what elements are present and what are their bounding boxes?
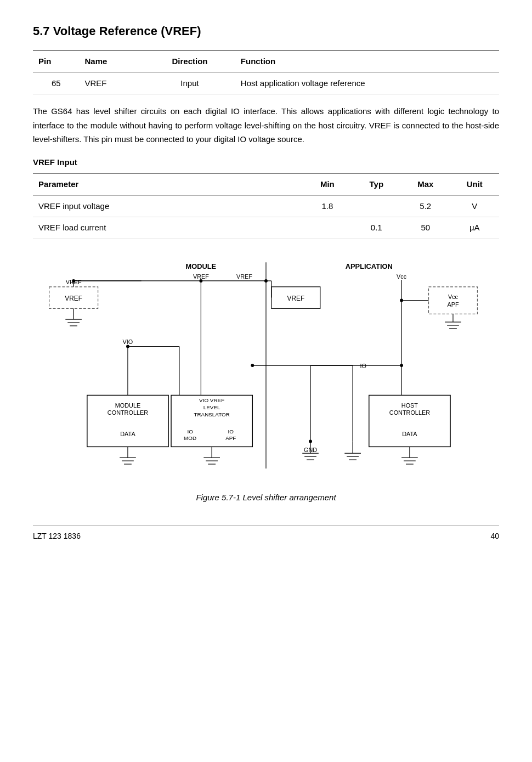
- table-row: VREF input voltage 1.8 5.2 V: [33, 195, 499, 217]
- min-cell: 1.8: [303, 195, 352, 217]
- body-paragraph: The GS64 has level shifter circuits on e…: [33, 104, 499, 146]
- typ-col-header: Typ: [352, 173, 401, 195]
- table-row: VREF load current 0.1 50 μA: [33, 217, 499, 239]
- param-cell: VREF load current: [33, 217, 303, 239]
- vcc-apf-label: Vcc: [448, 293, 459, 300]
- max-cell: 5.2: [401, 195, 450, 217]
- vref-section-label: VREF Input: [33, 156, 499, 169]
- level-shifter-diagram: MODULE APPLICATION VREF VREF VIO MODULE …: [33, 256, 499, 486]
- application-label: APPLICATION: [346, 262, 393, 270]
- lt-io-apf-label: IO: [228, 428, 234, 434]
- vref-label-lt: VREF: [193, 273, 209, 279]
- host-data-label: DATA: [402, 430, 417, 437]
- pin-table: Pin Name Direction Function 65 VREF Inpu…: [33, 50, 499, 94]
- vref-box-right-label: VREF: [287, 294, 305, 302]
- vref-table: Parameter Min Typ Max Unit VREF input vo…: [33, 173, 499, 239]
- vio-label: VIO: [123, 338, 133, 345]
- module-controller-label2: CONTROLLER: [107, 409, 148, 416]
- host-controller-label: HOST: [401, 402, 418, 409]
- host-controller-label2: CONTROLLER: [389, 409, 430, 416]
- figure-caption: Figure 5.7-1 Level shifter arrangement: [33, 492, 499, 504]
- direction-col-header: Direction: [144, 50, 235, 72]
- unit-col-header: Unit: [450, 173, 500, 195]
- vref-box-label: VREF: [65, 294, 82, 302]
- unit-cell: μA: [450, 217, 500, 239]
- lt-mod-label: MOD: [184, 434, 196, 441]
- module-data-label: DATA: [120, 430, 135, 437]
- direction-cell: Input: [144, 72, 235, 94]
- lt-level-label: LEVEL: [203, 404, 220, 410]
- name-cell: VREF: [79, 72, 144, 94]
- typ-cell: 0.1: [352, 217, 401, 239]
- svg-rect-34: [429, 286, 478, 313]
- lt-translator-label: TRANSLATOR: [194, 411, 229, 417]
- min-cell: [303, 217, 352, 239]
- footer: LZT 123 1836 40: [33, 526, 499, 542]
- pin-cell: 65: [33, 72, 79, 94]
- footer-right: 40: [490, 530, 499, 542]
- name-col-header: Name: [79, 50, 144, 72]
- vref-label-app: VREF: [236, 273, 252, 279]
- table-row: 65 VREF Input Host application voltage r…: [33, 72, 499, 94]
- footer-left: LZT 123 1836: [33, 530, 81, 542]
- unit-cell: V: [450, 195, 500, 217]
- module-controller-label: MODULE: [115, 402, 140, 409]
- io-label: IO: [360, 363, 366, 369]
- section-heading: 5.7 Voltage Reference (VREF): [33, 22, 499, 40]
- apf-label: APF: [447, 301, 459, 308]
- typ-cell: [352, 195, 401, 217]
- function-col-header: Function: [235, 50, 499, 72]
- min-col-header: Min: [303, 173, 352, 195]
- function-cell: Host application voltage reference: [235, 72, 499, 94]
- vcc-label: Vcc: [397, 273, 407, 279]
- lt-vio-label: VIO VREF: [199, 397, 224, 403]
- lt-apf-label: APF: [225, 434, 236, 441]
- param-col-header: Parameter: [33, 173, 303, 195]
- lt-io-mod-label: IO: [187, 428, 193, 434]
- module-label: MODULE: [186, 262, 217, 270]
- param-cell: VREF input voltage: [33, 195, 303, 217]
- max-col-header: Max: [401, 173, 450, 195]
- svg-point-41: [251, 364, 254, 367]
- max-cell: 50: [401, 217, 450, 239]
- pin-col-header: Pin: [33, 50, 79, 72]
